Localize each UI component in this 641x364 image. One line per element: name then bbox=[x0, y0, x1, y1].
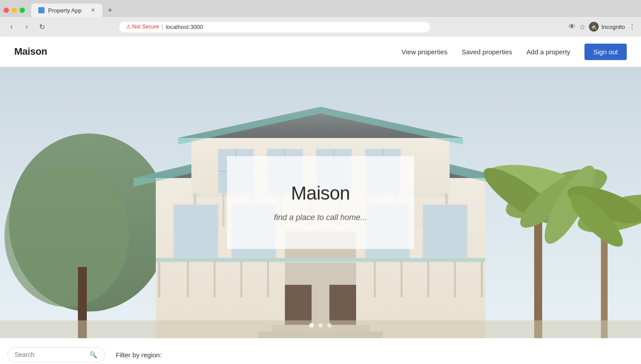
address-bar[interactable]: ⚠ Not Secure | localhost:3000 bbox=[119, 21, 430, 32]
carousel-dot-1[interactable] bbox=[309, 323, 314, 328]
tab-favicon bbox=[38, 7, 45, 13]
tab-title: Property App bbox=[48, 7, 81, 14]
address-bar-icons: 👁 ☆ 🕵 Incognito ⋮ bbox=[568, 22, 636, 32]
browser-chrome: Property App ✕ + ‹ › ↻ ⚠ Not Secure | lo… bbox=[0, 0, 641, 36]
tab-close-icon[interactable]: ✕ bbox=[91, 7, 95, 13]
hero-overlay-card: Maison find a place to call home... bbox=[227, 156, 414, 249]
new-tab-button[interactable]: + bbox=[104, 5, 116, 16]
search-filter-row: 🔍 Filter by region: bbox=[0, 347, 641, 362]
search-box[interactable]: 🔍 bbox=[7, 347, 105, 362]
close-window-button[interactable] bbox=[4, 8, 9, 13]
bottom-section: 🔍 Filter by region: bbox=[0, 338, 641, 364]
forward-button[interactable]: › bbox=[20, 20, 33, 33]
carousel-dot-3[interactable] bbox=[327, 323, 332, 328]
bookmark-icon[interactable]: ☆ bbox=[579, 23, 585, 31]
browser-menu-icon[interactable]: ⋮ bbox=[629, 23, 636, 31]
svg-rect-50 bbox=[454, 262, 456, 297]
svg-rect-45 bbox=[240, 262, 242, 297]
carousel-dots bbox=[309, 323, 332, 328]
url-display: localhost:3000 bbox=[166, 24, 203, 30]
incognito-badge: 🕵 Incognito bbox=[589, 22, 625, 32]
url-separator: | bbox=[162, 24, 163, 30]
incognito-label: Incognito bbox=[601, 24, 625, 30]
search-input[interactable] bbox=[15, 351, 86, 358]
hero-subtitle: find a place to call home... bbox=[263, 213, 378, 222]
app-logo: Maison bbox=[14, 46, 47, 57]
svg-rect-47 bbox=[374, 262, 376, 297]
filter-label: Filter by region: bbox=[116, 351, 162, 359]
svg-rect-41 bbox=[156, 258, 485, 262]
nav-links: View properties Saved properties Add a p… bbox=[402, 44, 627, 60]
maximize-window-button[interactable] bbox=[20, 8, 25, 13]
browser-tab-bar: Property App ✕ + bbox=[0, 0, 641, 17]
active-tab[interactable]: Property App ✕ bbox=[31, 4, 102, 17]
svg-rect-49 bbox=[427, 262, 429, 297]
carousel-dot-2[interactable] bbox=[318, 323, 323, 328]
incognito-icon: 🕵 bbox=[589, 22, 599, 32]
back-button[interactable]: ‹ bbox=[5, 20, 18, 33]
search-icon: 🔍 bbox=[89, 351, 97, 358]
svg-rect-42 bbox=[158, 262, 160, 297]
svg-rect-43 bbox=[187, 262, 189, 297]
view-properties-link[interactable]: View properties bbox=[402, 48, 447, 56]
minimize-window-button[interactable] bbox=[12, 8, 17, 13]
svg-point-2 bbox=[4, 165, 129, 307]
svg-rect-36 bbox=[423, 205, 467, 258]
app-navbar: Maison View properties Saved properties … bbox=[0, 36, 641, 67]
svg-rect-51 bbox=[481, 262, 483, 297]
saved-properties-link[interactable]: Saved properties bbox=[462, 48, 512, 56]
browser-nav-buttons: ‹ › ↻ bbox=[5, 20, 48, 33]
security-label: Not Secure bbox=[132, 24, 159, 30]
warning-icon: ⚠ bbox=[126, 24, 131, 30]
browser-address-bar: ‹ › ↻ ⚠ Not Secure | localhost:3000 👁 ☆ … bbox=[0, 17, 641, 36]
hero-section: Maison find a place to call home... bbox=[0, 67, 641, 338]
svg-rect-25 bbox=[223, 194, 224, 227]
add-property-link[interactable]: Add a property bbox=[527, 48, 570, 56]
security-indicator: ⚠ Not Secure bbox=[126, 24, 159, 30]
window-controls bbox=[4, 8, 25, 13]
svg-rect-46 bbox=[267, 262, 269, 297]
svg-rect-44 bbox=[214, 262, 215, 297]
svg-rect-33 bbox=[174, 205, 218, 258]
svg-rect-48 bbox=[401, 262, 402, 297]
eye-slash-icon[interactable]: 👁 bbox=[568, 23, 576, 31]
reload-button[interactable]: ↻ bbox=[36, 20, 48, 33]
hero-title: Maison bbox=[263, 183, 378, 204]
sign-out-button[interactable]: Sign out bbox=[584, 44, 627, 60]
